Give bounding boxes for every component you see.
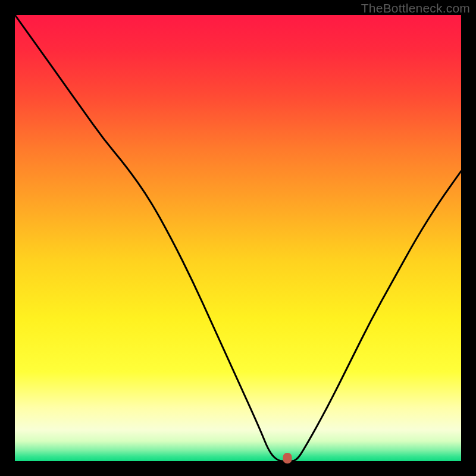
watermark-text: TheBottleneck.com bbox=[361, 1, 470, 15]
bottleneck-curve bbox=[15, 15, 461, 461]
chart-frame: TheBottleneck.com bbox=[0, 0, 476, 476]
trough-marker bbox=[283, 453, 292, 464]
curve-layer bbox=[15, 15, 461, 461]
plot-area bbox=[15, 15, 461, 461]
